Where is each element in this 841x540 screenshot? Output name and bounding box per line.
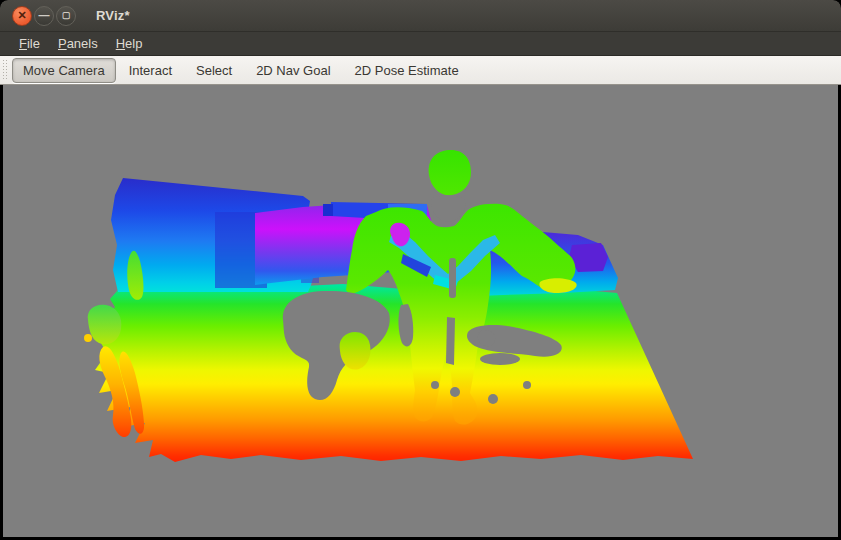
shadow-sliver-2 (480, 353, 520, 365)
person-head (429, 150, 471, 195)
rviz-window: ✕ — ▢ RViz* File Panels Help Move Camera… (0, 0, 841, 540)
cloud-blue-strip-dark (323, 204, 333, 216)
tool-select[interactable]: Select (185, 58, 243, 83)
render-viewport[interactable] (3, 85, 838, 537)
tool-move-camera[interactable]: Move Camera (12, 58, 116, 83)
floor-hole-dot (450, 387, 460, 397)
shadow-between-legs (446, 317, 455, 365)
minimize-icon[interactable]: — (34, 6, 54, 26)
tool-interact[interactable]: Interact (118, 58, 183, 83)
menu-bar: File Panels Help (0, 32, 841, 56)
close-icon[interactable]: ✕ (12, 6, 32, 26)
point-cloud-render (3, 85, 838, 537)
tool-bar: Move Camera Interact Select 2D Nav Goal … (0, 56, 841, 85)
cloud-floor (95, 283, 693, 462)
chest-shadow-sliver (449, 258, 456, 298)
title-bar[interactable]: ✕ — ▢ RViz* (0, 0, 841, 32)
floor-hole-dot (523, 381, 531, 389)
menu-file[interactable]: File (10, 34, 49, 53)
tool-2d-pose-estimate[interactable]: 2D Pose Estimate (344, 58, 470, 83)
menu-help[interactable]: Help (107, 34, 152, 53)
floor-hole-dot (488, 394, 498, 404)
menu-panels[interactable]: Panels (49, 34, 107, 53)
floor-hole-dot (431, 381, 439, 389)
tool-2d-nav-goal[interactable]: 2D Nav Goal (245, 58, 341, 83)
left-yellow-dot (84, 334, 92, 342)
maximize-icon[interactable]: ▢ (56, 6, 76, 26)
window-title: RViz* (96, 8, 130, 23)
toolbar-drag-handle-icon[interactable] (3, 60, 8, 80)
maximize-glyph: ▢ (62, 11, 71, 20)
